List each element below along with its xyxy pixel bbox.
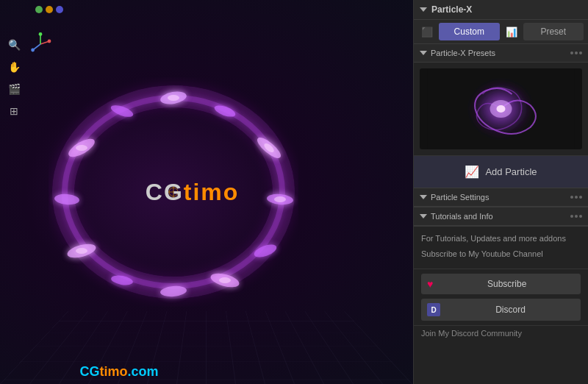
svg-point-25	[76, 145, 87, 151]
svg-point-5	[31, 49, 35, 52]
tutorials-header[interactable]: Tutorials and Info	[414, 207, 588, 226]
tutorials-collapse-icon	[420, 214, 427, 218]
settings-handle	[570, 196, 582, 199]
tab-right-icon: 📊	[503, 25, 520, 39]
bottom-watermark: CGtimo.com	[0, 360, 238, 384]
settings-collapse-icon	[420, 195, 427, 199]
discord-button[interactable]: D Discord	[421, 299, 581, 321]
axis-indicator	[26, 29, 55, 59]
collapse-icon[interactable]	[420, 7, 427, 12]
grid-icon[interactable]: ⊞	[6, 103, 22, 119]
panel-title: Particle-X	[431, 4, 472, 15]
svg-point-20	[168, 95, 179, 101]
preset-preview-svg	[420, 68, 582, 149]
top-dots	[35, 6, 63, 13]
left-toolbar: 🔍 ✋ 🎬 ⊞	[6, 37, 22, 119]
tab-left-icon: ⬛	[418, 25, 436, 39]
subscribe-label: Subscribe	[439, 279, 575, 289]
tab-custom[interactable]: Custom	[439, 23, 500, 40]
add-particle-button[interactable]: 📈 Add Particle	[414, 156, 588, 188]
join-community-text: Join My Discord Community	[414, 326, 588, 344]
watermark-cg: CG	[79, 364, 99, 379]
tutorials-title: Tutorials and Info	[431, 212, 493, 221]
camera-icon[interactable]: 🎬	[6, 81, 22, 97]
subscribe-button[interactable]: ♥ Subscribe	[421, 274, 581, 294]
svg-point-24	[76, 248, 87, 254]
svg-point-4	[39, 32, 43, 36]
preset-area	[414, 63, 588, 156]
discord-icon: D	[427, 303, 440, 316]
tab-row: ⬛ Custom 📊 Preset	[414, 20, 588, 44]
particle-ring	[49, 74, 298, 310]
add-particle-icon: 📈	[465, 165, 479, 179]
heart-icon: ♥	[427, 278, 433, 290]
presets-section-title: Particle-X Presets	[431, 49, 495, 57]
panel-header: Particle-X	[414, 0, 588, 20]
tutorials-section: Tutorials and Info	[414, 207, 588, 227]
viewport: 🔍 ✋ 🎬 ⊞	[0, 0, 413, 384]
watermark-timo: timo	[99, 364, 127, 379]
presets-collapse-icon	[420, 51, 427, 55]
social-buttons: ♥ Subscribe D Discord	[414, 269, 588, 326]
watermark-com: .com	[127, 364, 158, 379]
preset-thumbnail[interactable]	[420, 68, 582, 149]
tutorials-handle	[570, 215, 582, 218]
svg-point-32	[497, 105, 506, 113]
tab-preset[interactable]: Preset	[523, 23, 584, 40]
particle-settings-header[interactable]: Particle Settings	[414, 188, 588, 207]
right-panel: Particle-X ⬛ Custom 📊 Preset Particle-X …	[413, 0, 588, 384]
info-line1: For Tutorials, Updates and more addons	[421, 232, 581, 245]
search-icon[interactable]: 🔍	[6, 37, 22, 53]
add-particle-label: Add Particle	[485, 166, 537, 177]
info-line2: Subscribe to My Youtube Channel	[421, 248, 581, 260]
discord-label: Discord	[446, 305, 575, 315]
hand-icon[interactable]: ✋	[6, 59, 22, 75]
particle-settings-section: Particle Settings	[414, 188, 588, 207]
svg-point-23	[219, 277, 231, 283]
svg-point-22	[274, 196, 286, 202]
particle-settings-title: Particle Settings	[431, 193, 489, 202]
svg-point-3	[48, 40, 51, 43]
info-section: For Tutorials, Updates and more addons S…	[414, 227, 588, 269]
presets-section-header[interactable]: Particle-X Presets	[414, 44, 588, 63]
section-handle	[570, 51, 582, 54]
